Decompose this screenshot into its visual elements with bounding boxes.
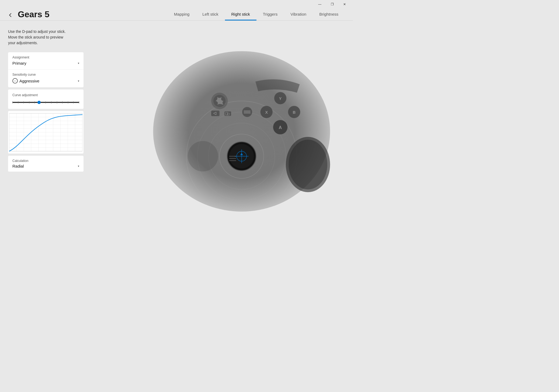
svg-text:X: X xyxy=(265,110,268,115)
sensitivity-curve-icon: − xyxy=(12,78,18,84)
sensitivity-chevron-icon: ▾ xyxy=(78,79,79,82)
tab-right-stick[interactable]: Right stick xyxy=(225,9,256,20)
assignment-value: Primary xyxy=(12,61,26,65)
window-controls: — ❐ ✕ xyxy=(314,0,351,9)
calculation-card: Calculation Radial ▾ xyxy=(8,156,84,172)
assignment-label: Assignment xyxy=(12,55,79,59)
assignment-select[interactable]: Primary ▾ xyxy=(12,60,79,66)
app-title: Gears 5 xyxy=(18,9,49,20)
svg-text:Y: Y xyxy=(279,96,282,101)
main-content: Use the D-pad to adjust your stick. Move… xyxy=(0,21,353,242)
tab-left-stick[interactable]: Left stick xyxy=(196,9,225,20)
sensitivity-chart xyxy=(8,111,84,154)
sensitivity-label: Sensitivity curve xyxy=(12,73,79,77)
slider-track xyxy=(12,102,79,103)
tab-brightness[interactable]: Brightness xyxy=(313,9,345,20)
controller-area: Y X B A xyxy=(92,21,353,242)
svg-text:A: A xyxy=(279,125,282,130)
curve-adjustment-card: Curve adjustment xyxy=(8,89,84,109)
calculation-chevron-icon: ▾ xyxy=(78,165,79,168)
header: Gears 5 Mapping Left stick Right stick T… xyxy=(0,9,353,20)
nav-tabs: Mapping Left stick Right stick Triggers … xyxy=(168,9,345,20)
svg-point-57 xyxy=(289,140,327,189)
tab-triggers[interactable]: Triggers xyxy=(256,9,284,20)
svg-rect-40 xyxy=(211,111,220,116)
calculation-select[interactable]: Radial ▾ xyxy=(12,164,79,168)
sensitivity-value: Aggressive xyxy=(19,79,39,83)
curve-adjustment-label: Curve adjustment xyxy=(12,93,79,97)
calculation-label: Calculation xyxy=(12,159,79,163)
svg-text:B: B xyxy=(293,110,296,115)
curve-slider[interactable] xyxy=(12,100,79,105)
titlebar: — ❐ ✕ xyxy=(0,0,353,9)
sensitivity-select[interactable]: − Aggressive ▾ xyxy=(12,78,79,84)
minimize-button[interactable]: — xyxy=(314,0,326,9)
calculation-value: Radial xyxy=(12,164,24,168)
maximize-button[interactable]: ❐ xyxy=(326,0,338,9)
slider-thumb[interactable] xyxy=(37,101,41,104)
assignment-row: Assignment Primary ▾ xyxy=(8,52,84,70)
back-button[interactable] xyxy=(8,12,15,20)
svg-point-52 xyxy=(188,141,218,171)
close-button[interactable]: ✕ xyxy=(338,0,351,9)
sidebar: Use the D-pad to adjust your stick. Move… xyxy=(0,21,92,242)
instruction-text: Use the D-pad to adjust your stick. Move… xyxy=(8,29,84,46)
assignment-sensitivity-card: Assignment Primary ▾ Sensitivity curve −… xyxy=(8,52,84,87)
tab-mapping[interactable]: Mapping xyxy=(168,9,196,20)
assignment-chevron-icon: ▾ xyxy=(78,62,79,65)
chart-inner xyxy=(9,112,82,152)
sensitivity-row: Sensitivity curve − Aggressive ▾ xyxy=(8,70,84,87)
tab-vibration[interactable]: Vibration xyxy=(284,9,313,20)
